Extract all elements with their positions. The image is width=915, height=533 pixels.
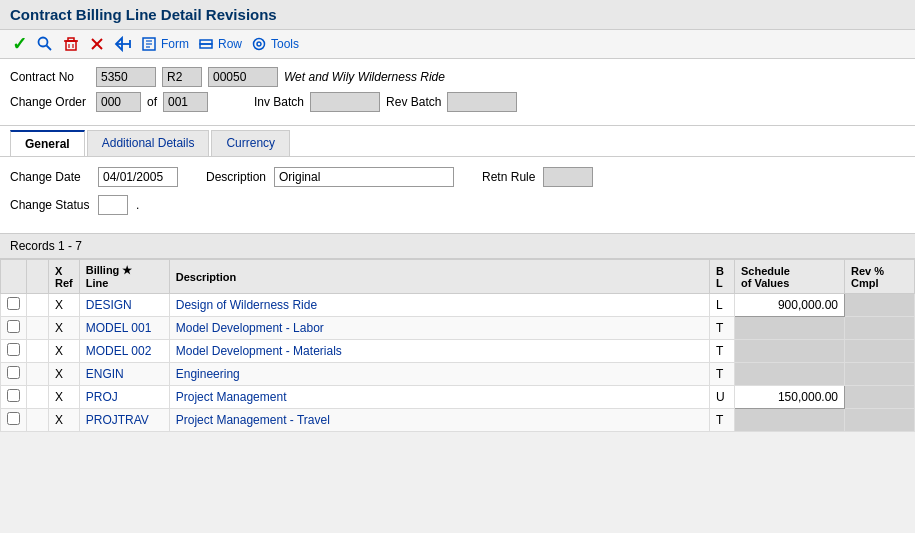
contract-no-input[interactable]	[96, 67, 156, 87]
retn-rule-input[interactable]	[543, 167, 593, 187]
back-icon	[114, 35, 132, 53]
svg-rect-2	[66, 41, 76, 50]
row-xref: X	[49, 386, 80, 409]
tabs-container: General Additional Details Currency	[0, 126, 915, 157]
table-row: X PROJ Project Management U 150,000.00	[1, 386, 915, 409]
row-checkbox-cell	[1, 294, 27, 317]
rev-batch-input[interactable]	[447, 92, 517, 112]
row-schedule	[735, 409, 845, 432]
svg-line-1	[47, 46, 52, 51]
svg-point-19	[257, 42, 261, 46]
col-checkbox	[1, 260, 27, 294]
tab-currency[interactable]: Currency	[211, 130, 290, 156]
row-billing-line[interactable]: PROJTRAV	[79, 409, 169, 432]
row-edit-cell	[27, 340, 49, 363]
delete-button[interactable]	[62, 35, 80, 53]
contract-sub-input[interactable]	[208, 67, 278, 87]
row-bl: T	[710, 340, 735, 363]
row-checkbox[interactable]	[7, 412, 20, 425]
row-rev	[845, 317, 915, 340]
row-xref: X	[49, 340, 80, 363]
description-label: Description	[206, 170, 266, 184]
records-header: Records 1 - 7	[0, 234, 915, 259]
row-description[interactable]: Project Management	[169, 386, 709, 409]
row-xref: X	[49, 409, 80, 432]
inv-batch-input[interactable]	[310, 92, 380, 112]
svg-point-0	[39, 38, 48, 47]
row-billing-line[interactable]: DESIGN	[79, 294, 169, 317]
search-icon	[36, 35, 54, 53]
tools-label: Tools	[271, 37, 299, 51]
row-checkbox-cell	[1, 317, 27, 340]
row-checkbox-cell	[1, 363, 27, 386]
tab-additional-details[interactable]: Additional Details	[87, 130, 210, 156]
row-billing-line[interactable]: MODEL 002	[79, 340, 169, 363]
change-order-total-input[interactable]	[163, 92, 208, 112]
row-description[interactable]: Engineering	[169, 363, 709, 386]
toolbar: ✓ Form Row Tools	[0, 30, 915, 59]
row-checkbox-cell	[1, 340, 27, 363]
row-checkbox[interactable]	[7, 389, 20, 402]
row-button[interactable]: Row	[197, 35, 242, 53]
row-checkbox[interactable]	[7, 366, 20, 379]
back-button[interactable]	[114, 35, 132, 53]
row-schedule	[735, 317, 845, 340]
table-row: X MODEL 001 Model Development - Labor T	[1, 317, 915, 340]
row-edit-cell	[27, 317, 49, 340]
row-schedule: 900,000.00	[735, 294, 845, 317]
change-order-input[interactable]	[96, 92, 141, 112]
change-status-label: Change Status	[10, 198, 90, 212]
row-checkbox[interactable]	[7, 320, 20, 333]
row-edit-cell	[27, 386, 49, 409]
row-checkbox[interactable]	[7, 297, 20, 310]
row-icon	[197, 35, 215, 53]
row-checkbox-cell	[1, 409, 27, 432]
row-label: Row	[218, 37, 242, 51]
cancel-button[interactable]	[88, 35, 106, 53]
contract-no-label: Contract No	[10, 70, 90, 84]
inv-batch-label: Inv Batch	[254, 95, 304, 109]
row-rev	[845, 409, 915, 432]
row-checkbox-cell	[1, 386, 27, 409]
row-rev	[845, 294, 915, 317]
records-section: Records 1 - 7 XRef Billing ★Line Descrip…	[0, 234, 915, 432]
row-description[interactable]: Project Management - Travel	[169, 409, 709, 432]
row-billing-line[interactable]: MODEL 001	[79, 317, 169, 340]
row-description[interactable]: Design of Wilderness Ride	[169, 294, 709, 317]
row-edit-cell	[27, 409, 49, 432]
form-button[interactable]: Form	[140, 35, 189, 53]
check-icon[interactable]: ✓	[10, 35, 28, 53]
tools-button[interactable]: Tools	[250, 35, 299, 53]
change-date-label: Change Date	[10, 170, 90, 184]
of-label: of	[147, 95, 157, 109]
row-description[interactable]: Model Development - Materials	[169, 340, 709, 363]
row-billing-line[interactable]: ENGIN	[79, 363, 169, 386]
change-date-input[interactable]	[98, 167, 178, 187]
change-status-input[interactable]	[98, 195, 128, 215]
row-edit-cell	[27, 294, 49, 317]
row-description[interactable]: Model Development - Labor	[169, 317, 709, 340]
table-row: X ENGIN Engineering T	[1, 363, 915, 386]
row-billing-line[interactable]: PROJ	[79, 386, 169, 409]
col-rev: Rev %Cmpl	[845, 260, 915, 294]
row-edit-cell	[27, 363, 49, 386]
table-row: X DESIGN Design of Wilderness Ride L 900…	[1, 294, 915, 317]
row-xref: X	[49, 294, 80, 317]
row-checkbox[interactable]	[7, 343, 20, 356]
search-button[interactable]	[36, 35, 54, 53]
row-bl: T	[710, 317, 735, 340]
row-schedule	[735, 363, 845, 386]
form-header: Contract No Wet and Wily Wilderness Ride…	[0, 59, 915, 126]
row-bl: U	[710, 386, 735, 409]
form-icon	[140, 35, 158, 53]
description-input[interactable]	[274, 167, 454, 187]
row-schedule: 150,000.00	[735, 386, 845, 409]
row-rev	[845, 340, 915, 363]
col-schedule: Scheduleof Values	[735, 260, 845, 294]
tab-general[interactable]: General	[10, 130, 85, 156]
col-edit	[27, 260, 49, 294]
cancel-icon	[88, 35, 106, 53]
row-rev	[845, 363, 915, 386]
r2-input[interactable]	[162, 67, 202, 87]
col-description: Description	[169, 260, 709, 294]
